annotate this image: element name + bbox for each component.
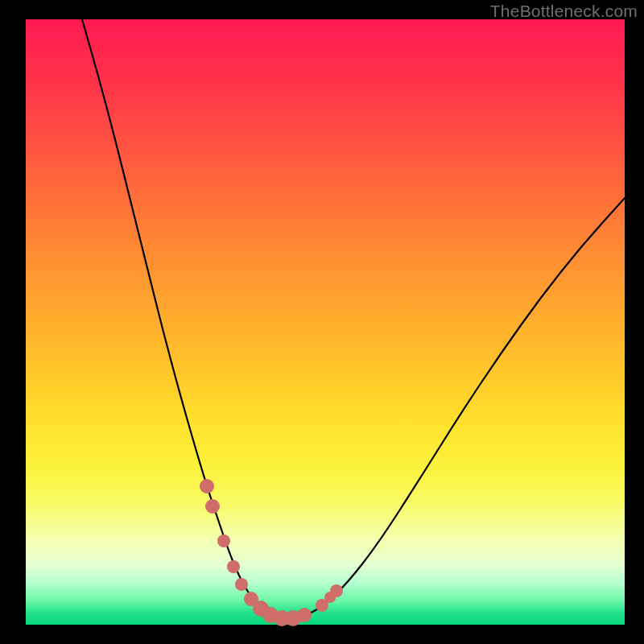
curve-marker — [200, 479, 214, 493]
curve-marker — [227, 560, 240, 573]
curve-marker — [330, 584, 343, 597]
watermark-text: TheBottleneck.com — [490, 2, 638, 21]
curve-marker — [205, 499, 220, 514]
bottleneck-curve-svg — [26, 19, 625, 625]
plot-area — [26, 19, 625, 625]
bottleneck-curve — [82, 19, 625, 618]
curve-marker — [235, 578, 248, 591]
curve-marker — [297, 608, 312, 622]
chart-frame: TheBottleneck.com — [0, 0, 644, 644]
curve-marker — [217, 535, 230, 547]
curve-markers — [200, 479, 343, 626]
